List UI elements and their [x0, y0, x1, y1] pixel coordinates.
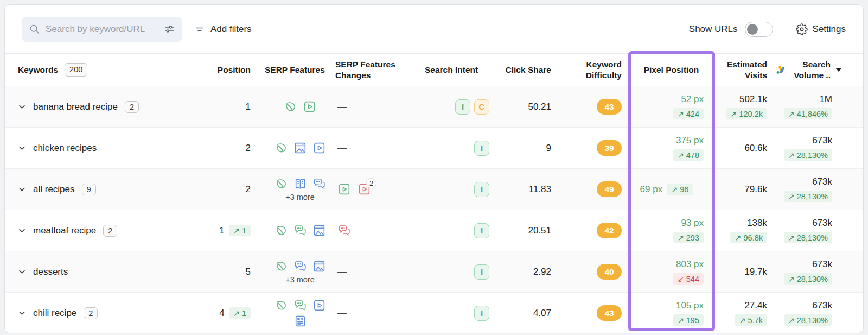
col-header-serp-changes[interactable]: SERP Features Changes: [335, 59, 403, 80]
estimated-visits-value: 19.7k: [744, 267, 767, 277]
keyword-label[interactable]: banana bread recipe: [33, 102, 118, 112]
click-share-value: 20.51: [493, 225, 558, 236]
keyword-difficulty-cell: 43: [558, 305, 629, 321]
search-volume-change-badge: ↗28,130%: [784, 232, 832, 243]
estimated-visits-change-badge: ↗5.7k: [735, 314, 767, 326]
serp-features-cell: [267, 100, 333, 113]
keyword-count-badge: 2: [103, 225, 117, 237]
position-value: 1: [246, 102, 251, 112]
search-volume-value: 673k: [812, 259, 832, 270]
intent-badge-i: I: [474, 141, 489, 156]
keyword-label[interactable]: chicken recipes: [33, 143, 97, 154]
position-change-badge: ↗1: [229, 307, 251, 319]
col-header-keywords[interactable]: Keywords 200: [18, 63, 213, 76]
settings-label: Settings: [813, 24, 846, 35]
serp-features-cell: +3 more: [267, 260, 333, 284]
col-header-estimated-visits[interactable]: Estimated Visits: [713, 59, 776, 80]
position-value: 1: [219, 225, 224, 236]
pixel-position-value: 93 px: [681, 218, 704, 229]
pixel-position-cell: 375 px ↗478: [629, 135, 713, 161]
pixel-position-cell: 69 px ↗96: [629, 184, 713, 195]
click-share-value: 2.92: [493, 267, 558, 277]
table-row: chili recipe 2 4 ↗1 — I 4.07 43 105 px ↗…: [5, 293, 863, 333]
search-input[interactable]: [46, 24, 158, 35]
search-volume-value: 1M: [819, 94, 832, 105]
estimated-visits-value: 502.1k: [739, 94, 767, 105]
estimated-visits-cell: 138k ↗96.8k: [713, 218, 776, 243]
position-value: 2: [246, 184, 251, 195]
search-volume-value: 673k: [812, 135, 832, 146]
pixel-position-value: 69 px: [640, 184, 663, 195]
estimated-visits-change-badge: ↗120.2k: [726, 108, 767, 119]
video-icon: [303, 100, 316, 113]
chevron-down-icon[interactable]: [18, 144, 26, 152]
position-cell: 2: [213, 143, 265, 154]
table-header-row: Keywords 200 Position SERP Features SERP…: [5, 54, 863, 86]
col-header-pixel-position[interactable]: Pixel Position: [629, 65, 713, 75]
discussions-icon: [337, 224, 351, 237]
search-volume-change-badge: ↗28,130%: [784, 273, 832, 285]
keyword-difficulty-cell: 43: [558, 99, 629, 115]
keyword-difficulty-pill: 39: [597, 140, 622, 156]
keyword-label[interactable]: meatloaf recipe: [33, 225, 96, 236]
discussions-icon: [312, 177, 326, 191]
tune-icon[interactable]: [164, 23, 175, 35]
estimated-visits-change-badge: ↗96.8k: [730, 232, 767, 243]
search-intent-cell: I: [425, 141, 493, 156]
pixel-position-change-badge: ↗293: [673, 232, 704, 243]
col-header-search-volume[interactable]: Search Volume ..: [776, 59, 846, 80]
image-icon: [312, 224, 326, 237]
chevron-down-icon[interactable]: [18, 226, 26, 235]
pixel-position-cell: 93 px ↗293: [629, 218, 713, 243]
image-icon: [293, 141, 307, 155]
position-cell: 1: [213, 102, 265, 112]
chevron-down-icon[interactable]: [18, 268, 26, 276]
book-icon: [293, 177, 307, 191]
keyword-difficulty-pill: 49: [597, 181, 622, 197]
chevron-down-icon[interactable]: [18, 103, 26, 111]
add-filters-button[interactable]: Add filters: [194, 24, 252, 35]
estimated-visits-cell: 19.7k: [713, 267, 776, 277]
keyword-count-badge: 2: [84, 307, 98, 319]
show-urls-toggle[interactable]: [745, 22, 773, 37]
position-cell: 1 ↗1: [213, 225, 265, 236]
col-header-serp-features[interactable]: SERP Features: [265, 65, 335, 75]
keyword-label[interactable]: chili recipe: [33, 308, 76, 319]
col-header-search-intent[interactable]: Search Intent: [425, 65, 493, 75]
search-box[interactable]: [22, 17, 182, 42]
estimated-visits-value: 60.6k: [744, 143, 767, 154]
keyword-difficulty-pill: 43: [597, 305, 622, 321]
sort-caret-icon: [835, 68, 842, 72]
table-row: desserts 5 +3 more — I 2.92 40 803 px ↙5…: [5, 251, 863, 293]
keyword-cell: meatloaf recipe 2: [18, 225, 213, 237]
intent-badge-i: I: [455, 99, 470, 115]
leaf-icon: [275, 141, 288, 155]
show-urls-label: Show URLs: [689, 24, 738, 35]
click-share-value: 4.07: [493, 308, 558, 319]
keyword-count-badge: 9: [82, 184, 96, 195]
keyword-label[interactable]: all recipes: [33, 184, 75, 195]
video-icon: 2: [358, 182, 371, 196]
col-header-position[interactable]: Position: [213, 65, 265, 75]
estimated-visits-cell: 79.6k: [713, 184, 776, 195]
pixel-position-value: 52 px: [681, 94, 704, 105]
snippet-icon: [293, 314, 307, 328]
chevron-down-icon[interactable]: [18, 185, 26, 193]
toggle-knob: [747, 24, 758, 35]
search-icon: [29, 23, 40, 35]
serp-features-cell: +3 more: [267, 177, 333, 201]
intent-badge-i: I: [474, 223, 489, 238]
leaf-icon: [284, 100, 297, 113]
serp-more-link[interactable]: +3 more: [285, 275, 315, 284]
search-intent-cell: IC: [425, 99, 493, 115]
table-row: all recipes 9 2 +3 more 2 I 11.83 49 69 …: [5, 169, 863, 210]
pixel-position-value: 803 px: [676, 259, 704, 270]
col-header-keyword-difficulty[interactable]: Keyword Difficulty: [558, 59, 629, 80]
keyword-label[interactable]: desserts: [33, 267, 68, 277]
add-filters-label: Add filters: [210, 24, 252, 35]
chevron-down-icon[interactable]: [18, 309, 26, 317]
col-header-click-share[interactable]: Click Share: [493, 65, 558, 75]
serp-more-link[interactable]: +3 more: [285, 193, 315, 201]
settings-button[interactable]: Settings: [796, 23, 846, 35]
search-volume-cell: 673k ↗28,130%: [776, 176, 846, 202]
